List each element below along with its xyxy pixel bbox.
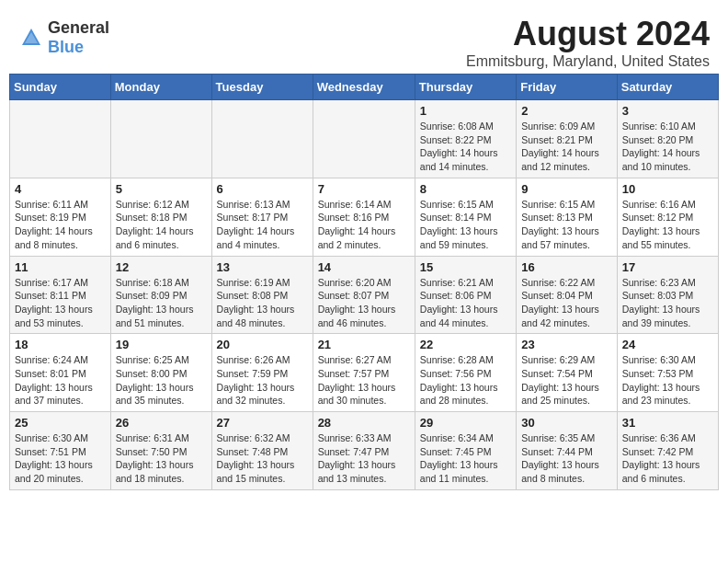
main-title: August 2024: [466, 15, 710, 53]
calendar-cell: 3Sunrise: 6:10 AM Sunset: 8:20 PM Daylig…: [617, 100, 718, 178]
day-number: 30: [521, 416, 612, 430]
day-info: Sunrise: 6:11 AM Sunset: 8:19 PM Dayligh…: [15, 198, 106, 252]
day-number: 6: [217, 182, 308, 196]
day-number: 27: [217, 416, 308, 430]
day-number: 11: [15, 260, 106, 274]
day-info: Sunrise: 6:34 AM Sunset: 7:45 PM Dayligh…: [420, 431, 511, 486]
day-info: Sunrise: 6:30 AM Sunset: 7:53 PM Dayligh…: [622, 353, 713, 408]
day-number: 4: [15, 182, 106, 196]
day-of-week-header: Wednesday: [313, 75, 415, 100]
day-info: Sunrise: 6:30 AM Sunset: 7:51 PM Dayligh…: [15, 431, 106, 486]
logo-icon: [18, 25, 44, 51]
calendar-cell: [313, 100, 415, 178]
day-number: 1: [420, 104, 511, 118]
calendar-table: SundayMondayTuesdayWednesdayThursdayFrid…: [9, 74, 719, 490]
calendar-cell: 4Sunrise: 6:11 AM Sunset: 8:19 PM Daylig…: [10, 178, 111, 256]
calendar-cell: 9Sunrise: 6:15 AM Sunset: 8:13 PM Daylig…: [517, 178, 618, 256]
day-info: Sunrise: 6:18 AM Sunset: 8:09 PM Dayligh…: [116, 276, 207, 330]
calendar-cell: 2Sunrise: 6:09 AM Sunset: 8:21 PM Daylig…: [517, 100, 618, 178]
day-number: 19: [116, 338, 207, 351]
calendar-cell: 30Sunrise: 6:35 AM Sunset: 7:44 PM Dayli…: [517, 412, 618, 490]
calendar-cell: 24Sunrise: 6:30 AM Sunset: 7:53 PM Dayli…: [617, 334, 718, 412]
day-number: 2: [521, 104, 612, 118]
day-number: 9: [521, 182, 612, 196]
calendar-cell: 22Sunrise: 6:28 AM Sunset: 7:56 PM Dayli…: [415, 334, 516, 412]
calendar-cell: 18Sunrise: 6:24 AM Sunset: 8:01 PM Dayli…: [10, 334, 111, 412]
day-info: Sunrise: 6:27 AM Sunset: 7:57 PM Dayligh…: [318, 353, 410, 408]
calendar-cell: 14Sunrise: 6:20 AM Sunset: 8:07 PM Dayli…: [313, 256, 415, 334]
day-of-week-header: Monday: [110, 75, 211, 100]
day-info: Sunrise: 6:10 AM Sunset: 8:20 PM Dayligh…: [622, 120, 713, 174]
logo: General Blue: [18, 18, 109, 57]
day-info: Sunrise: 6:15 AM Sunset: 8:13 PM Dayligh…: [521, 198, 612, 252]
calendar-cell: 6Sunrise: 6:13 AM Sunset: 8:17 PM Daylig…: [211, 178, 313, 256]
calendar-cell: 15Sunrise: 6:21 AM Sunset: 8:06 PM Dayli…: [415, 256, 516, 334]
day-of-week-header: Tuesday: [211, 75, 313, 100]
day-number: 16: [521, 260, 612, 274]
day-info: Sunrise: 6:14 AM Sunset: 8:16 PM Dayligh…: [318, 198, 410, 252]
day-info: Sunrise: 6:22 AM Sunset: 8:04 PM Dayligh…: [521, 276, 612, 330]
calendar-cell: 1Sunrise: 6:08 AM Sunset: 8:22 PM Daylig…: [415, 100, 516, 178]
calendar-cell: 28Sunrise: 6:33 AM Sunset: 7:47 PM Dayli…: [313, 412, 415, 490]
day-info: Sunrise: 6:20 AM Sunset: 8:07 PM Dayligh…: [318, 276, 410, 330]
calendar: SundayMondayTuesdayWednesdayThursdayFrid…: [0, 74, 728, 500]
day-info: Sunrise: 6:23 AM Sunset: 8:03 PM Dayligh…: [622, 276, 713, 330]
subtitle: Emmitsburg, Maryland, United States: [466, 53, 710, 70]
calendar-cell: 20Sunrise: 6:26 AM Sunset: 7:59 PM Dayli…: [211, 334, 313, 412]
day-info: Sunrise: 6:09 AM Sunset: 8:21 PM Dayligh…: [521, 120, 612, 174]
calendar-cell: 16Sunrise: 6:22 AM Sunset: 8:04 PM Dayli…: [517, 256, 618, 334]
day-of-week-header: Sunday: [10, 75, 111, 100]
day-info: Sunrise: 6:28 AM Sunset: 7:56 PM Dayligh…: [420, 353, 511, 408]
day-info: Sunrise: 6:32 AM Sunset: 7:48 PM Dayligh…: [217, 431, 308, 486]
calendar-body: 1Sunrise: 6:08 AM Sunset: 8:22 PM Daylig…: [10, 100, 719, 490]
day-number: 14: [318, 260, 410, 274]
day-number: 15: [420, 260, 511, 274]
day-of-week-header: Thursday: [415, 75, 516, 100]
day-number: 13: [217, 260, 308, 274]
day-info: Sunrise: 6:21 AM Sunset: 8:06 PM Dayligh…: [420, 276, 511, 330]
day-number: 28: [318, 416, 410, 430]
calendar-cell: 25Sunrise: 6:30 AM Sunset: 7:51 PM Dayli…: [10, 412, 111, 490]
logo-general-text: General: [48, 18, 109, 37]
calendar-cell: [10, 100, 111, 178]
day-info: Sunrise: 6:26 AM Sunset: 7:59 PM Dayligh…: [217, 353, 308, 408]
calendar-cell: [211, 100, 313, 178]
days-of-week-row: SundayMondayTuesdayWednesdayThursdayFrid…: [10, 75, 719, 100]
day-info: Sunrise: 6:13 AM Sunset: 8:17 PM Dayligh…: [217, 198, 308, 252]
logo-blue-text: Blue: [48, 38, 84, 56]
calendar-week-row: 4Sunrise: 6:11 AM Sunset: 8:19 PM Daylig…: [10, 178, 719, 256]
calendar-cell: 23Sunrise: 6:29 AM Sunset: 7:54 PM Dayli…: [517, 334, 618, 412]
calendar-week-row: 25Sunrise: 6:30 AM Sunset: 7:51 PM Dayli…: [10, 412, 719, 490]
calendar-cell: 29Sunrise: 6:34 AM Sunset: 7:45 PM Dayli…: [415, 412, 516, 490]
calendar-cell: 13Sunrise: 6:19 AM Sunset: 8:08 PM Dayli…: [211, 256, 313, 334]
day-number: 5: [116, 182, 207, 196]
calendar-week-row: 18Sunrise: 6:24 AM Sunset: 8:01 PM Dayli…: [10, 334, 719, 412]
day-number: 24: [622, 338, 713, 351]
day-info: Sunrise: 6:08 AM Sunset: 8:22 PM Dayligh…: [420, 120, 511, 174]
calendar-cell: 17Sunrise: 6:23 AM Sunset: 8:03 PM Dayli…: [617, 256, 718, 334]
day-info: Sunrise: 6:33 AM Sunset: 7:47 PM Dayligh…: [318, 431, 410, 486]
calendar-cell: 12Sunrise: 6:18 AM Sunset: 8:09 PM Dayli…: [110, 256, 211, 334]
day-info: Sunrise: 6:25 AM Sunset: 8:00 PM Dayligh…: [116, 353, 207, 408]
calendar-week-row: 1Sunrise: 6:08 AM Sunset: 8:22 PM Daylig…: [10, 100, 719, 178]
calendar-week-row: 11Sunrise: 6:17 AM Sunset: 8:11 PM Dayli…: [10, 256, 719, 334]
day-info: Sunrise: 6:31 AM Sunset: 7:50 PM Dayligh…: [116, 431, 207, 486]
page-header: General Blue August 2024 Emmitsburg, Mar…: [0, 0, 728, 74]
day-of-week-header: Saturday: [617, 75, 718, 100]
day-info: Sunrise: 6:19 AM Sunset: 8:08 PM Dayligh…: [217, 276, 308, 330]
day-of-week-header: Friday: [517, 75, 618, 100]
day-number: 7: [318, 182, 410, 196]
calendar-cell: 8Sunrise: 6:15 AM Sunset: 8:14 PM Daylig…: [415, 178, 516, 256]
calendar-cell: 10Sunrise: 6:16 AM Sunset: 8:12 PM Dayli…: [617, 178, 718, 256]
day-number: 25: [15, 416, 106, 430]
day-number: 20: [217, 338, 308, 351]
calendar-cell: 26Sunrise: 6:31 AM Sunset: 7:50 PM Dayli…: [110, 412, 211, 490]
day-number: 26: [116, 416, 207, 430]
day-number: 31: [622, 416, 713, 430]
day-info: Sunrise: 6:17 AM Sunset: 8:11 PM Dayligh…: [15, 276, 106, 330]
calendar-header: SundayMondayTuesdayWednesdayThursdayFrid…: [10, 75, 719, 100]
calendar-cell: 31Sunrise: 6:36 AM Sunset: 7:42 PM Dayli…: [617, 412, 718, 490]
day-number: 8: [420, 182, 511, 196]
day-info: Sunrise: 6:29 AM Sunset: 7:54 PM Dayligh…: [521, 353, 612, 408]
calendar-cell: 21Sunrise: 6:27 AM Sunset: 7:57 PM Dayli…: [313, 334, 415, 412]
